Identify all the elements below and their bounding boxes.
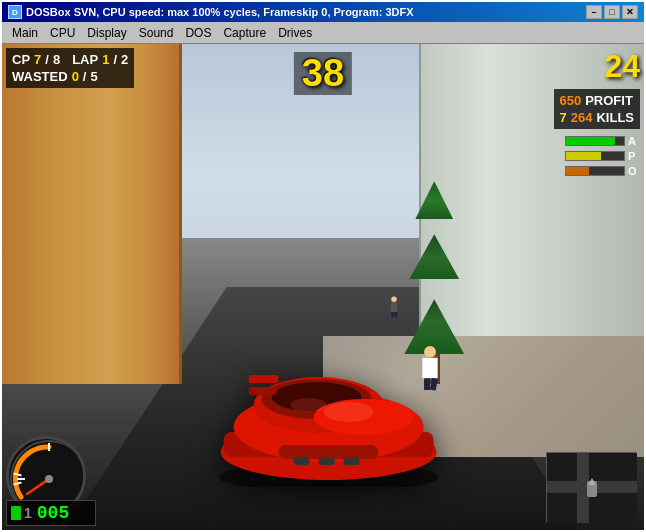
menu-item-cpu[interactable]: CPU [44, 24, 81, 42]
menu-item-main[interactable]: Main [6, 24, 44, 42]
svg-rect-10 [319, 457, 335, 465]
minimize-button[interactable]: – [586, 5, 602, 19]
svg-rect-12 [249, 387, 277, 395]
tree-foliage-mid [409, 234, 459, 279]
svg-rect-11 [344, 457, 360, 465]
menu-item-drives[interactable]: Drives [272, 24, 318, 42]
window-icon: D [8, 5, 22, 19]
maximize-button[interactable]: □ [604, 5, 620, 19]
player-car [189, 287, 469, 491]
svg-point-14 [324, 402, 374, 422]
title-bar-controls[interactable]: – □ ✕ [586, 5, 638, 19]
title-bar: D DOSBox SVN, CPU speed: max 100% cycles… [2, 2, 644, 22]
menu-item-dos[interactable]: DOS [179, 24, 217, 42]
menu-item-display[interactable]: Display [81, 24, 132, 42]
svg-rect-13 [249, 375, 279, 383]
car-svg [189, 287, 469, 487]
title-bar-left: D DOSBox SVN, CPU speed: max 100% cycles… [8, 5, 414, 19]
window-title: DOSBox SVN, CPU speed: max 100% cycles, … [26, 6, 414, 18]
menu-item-capture[interactable]: Capture [217, 24, 272, 42]
svg-rect-8 [279, 445, 379, 459]
menu-bar: Main CPU Display Sound DOS Capture Drive… [2, 22, 644, 44]
menu-item-sound[interactable]: Sound [133, 24, 180, 42]
svg-point-15 [291, 398, 327, 412]
game-viewport: CP 7 / 8 LAP 1 / 2 WASTED 0 / 5 [2, 44, 644, 530]
svg-rect-9 [294, 457, 310, 465]
dosbox-window: D DOSBox SVN, CPU speed: max 100% cycles… [0, 0, 646, 532]
left-building [2, 44, 182, 384]
close-button[interactable]: ✕ [622, 5, 638, 19]
